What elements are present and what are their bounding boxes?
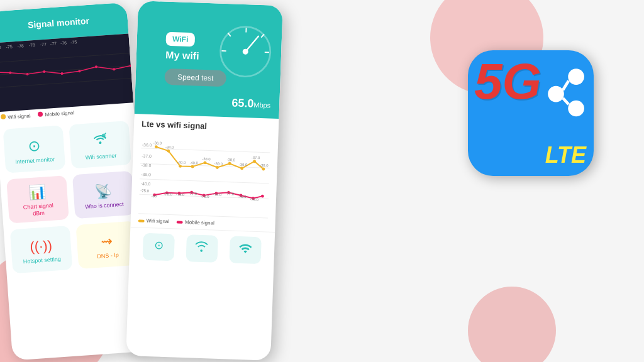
hotspot-icon: ((·)) — [30, 237, 53, 255]
app-lte-label: LTE — [545, 142, 586, 168]
network-icon — [521, 63, 591, 119]
speed-unit: Mbps — [253, 101, 270, 109]
menu-item-who-connect[interactable]: 📡 Who is connect — [72, 171, 135, 219]
svg-point-6 — [43, 70, 45, 73]
svg-point-57 — [261, 195, 264, 198]
svg-line-19 — [141, 148, 270, 153]
svg-point-10 — [113, 68, 115, 70]
svg-point-4 — [9, 72, 11, 74]
bottom-icon-wifi-scan[interactable] — [186, 234, 218, 263]
speedometer — [216, 23, 275, 81]
menu-item-chart[interactable]: 📊 Chart signaldBm — [6, 175, 69, 223]
chart-container: -36.0 -37.0 -38.0 -39.0 -40.0 -36.0 — [138, 132, 270, 218]
center-chart-svg: -36.0 -37.0 -38.0 -39.0 -40.0 -36.0 — [138, 132, 270, 217]
svg-text:-77.0: -77.0 — [226, 192, 235, 195]
phone-center: WiFi My wifi Speed test 65.0Mbps — [126, 1, 283, 361]
speed-value: 65.0Mbps — [231, 96, 271, 111]
svg-text:-75.0: -75.0 — [250, 197, 258, 201]
svg-text:-36.0: -36.0 — [142, 143, 152, 148]
svg-point-7 — [60, 72, 63, 75]
svg-point-68 — [568, 69, 584, 85]
wifi-badge: WiFi — [166, 32, 195, 47]
svg-point-69 — [548, 86, 564, 102]
svg-line-21 — [140, 179, 269, 184]
svg-text:-39.0: -39.0 — [141, 172, 151, 177]
svg-text:-77.0: -77.0 — [189, 192, 197, 195]
wifi-name: My wifi — [165, 50, 199, 62]
svg-line-0 — [0, 53, 130, 62]
svg-text:-37.0: -37.0 — [142, 153, 152, 158]
app-icon-container: 5G LTE — [468, 50, 606, 189]
chart-signal-icon: 📊 — [28, 184, 47, 202]
bottom-icons-row: ⊙ — [129, 227, 275, 270]
chart-area-left: -80 -75 -78 -78 -77 -77 -76 -75 — [0, 34, 133, 112]
menu-item-wifi-scanner[interactable]: Wifi scanner — [69, 121, 131, 168]
internet-icon: ⊙ — [154, 238, 164, 253]
app-icon: 5G LTE — [468, 50, 594, 176]
legend-wifi-label: Wifi signal — [147, 218, 170, 224]
svg-text:-75.0: -75.0 — [140, 189, 149, 192]
svg-point-12 — [99, 141, 101, 144]
svg-point-34 — [228, 162, 231, 165]
wifi-signal-icon — [238, 241, 252, 259]
svg-text:-78.0: -78.0 — [213, 192, 222, 196]
wifi-scan-icon — [195, 240, 209, 258]
svg-text:-40.0: -40.0 — [141, 182, 151, 187]
menu-label-wifi-scanner: Wifi scanner — [85, 152, 116, 161]
chart-title: Lte vs wifi signal — [142, 119, 271, 133]
svg-point-5 — [26, 73, 28, 75]
menu-label-dns: DNS - Ip — [97, 251, 119, 260]
bottom-icon-wifi-signal[interactable] — [229, 236, 261, 264]
legend-mobile: Mobile signal — [177, 219, 214, 226]
svg-text:-78.0: -78.0 — [176, 192, 185, 196]
svg-point-70 — [568, 101, 584, 117]
svg-text:-36.0: -36.0 — [153, 141, 162, 145]
svg-line-72 — [563, 98, 569, 104]
chart-section: Lte vs wifi signal -36.0 -37.0 -38.0 -39… — [130, 114, 279, 232]
svg-text:-37.0: -37.0 — [252, 156, 260, 160]
svg-text:-90: -90 — [152, 194, 157, 198]
svg-line-14 — [104, 133, 106, 134]
menu-label-who-connect: Who is connect — [85, 200, 124, 210]
svg-text:-38.0: -38.0 — [142, 163, 152, 168]
dns-icon: ⇝ — [101, 233, 113, 250]
phone-left-title: Signal monitor — [28, 16, 90, 30]
legend-mobile-dot — [177, 221, 183, 223]
menu-label-chart: Chart signaldBm — [23, 202, 53, 218]
menu-label-hotspot: Hotspot setting — [23, 256, 61, 265]
svg-text:-40.0: -40.0 — [189, 161, 198, 165]
svg-text:-76.0: -76.0 — [238, 195, 247, 199]
svg-text:-34.0: -34.0 — [165, 145, 174, 149]
svg-text:-39.0: -39.0 — [239, 163, 248, 167]
menu-item-hotspot[interactable]: ((·)) Hotspot setting — [10, 226, 73, 273]
svg-line-2 — [0, 78, 131, 87]
svg-text:-38.0: -38.0 — [260, 163, 269, 167]
wifi-scanner-icon — [92, 131, 108, 151]
legend-wifi: Wifi signal — [138, 217, 170, 224]
legend-mobile-label: Mobile signal — [185, 219, 214, 226]
who-connect-icon: 📡 — [94, 183, 113, 200]
svg-point-32 — [203, 161, 206, 164]
menu-grid: ⊙ Internet monitor Wifi scanner 📊 Chart … — [0, 114, 145, 280]
svg-text:-78.0: -78.0 — [164, 192, 172, 196]
left-chart-svg — [0, 41, 133, 101]
svg-point-28 — [155, 145, 158, 148]
svg-text:-76.0: -76.0 — [201, 195, 209, 199]
legend-wifi-dot — [138, 219, 145, 222]
svg-line-71 — [563, 81, 569, 90]
svg-text:-38.0: -38.0 — [226, 158, 235, 162]
svg-point-8 — [78, 70, 80, 72]
svg-point-9 — [95, 65, 97, 68]
menu-label-internet: Internet monitor — [15, 156, 55, 165]
svg-text:-38.0: -38.0 — [202, 157, 211, 161]
svg-text:-40.0: -40.0 — [177, 160, 186, 164]
bottom-icon-internet[interactable]: ⊙ — [143, 233, 175, 261]
internet-monitor-icon: ⊙ — [27, 136, 41, 155]
svg-text:-39.0: -39.0 — [214, 162, 223, 165]
menu-item-internet[interactable]: ⊙ Internet monitor — [3, 125, 66, 173]
phone-center-header: WiFi My wifi Speed test 65.0Mbps — [135, 1, 283, 119]
